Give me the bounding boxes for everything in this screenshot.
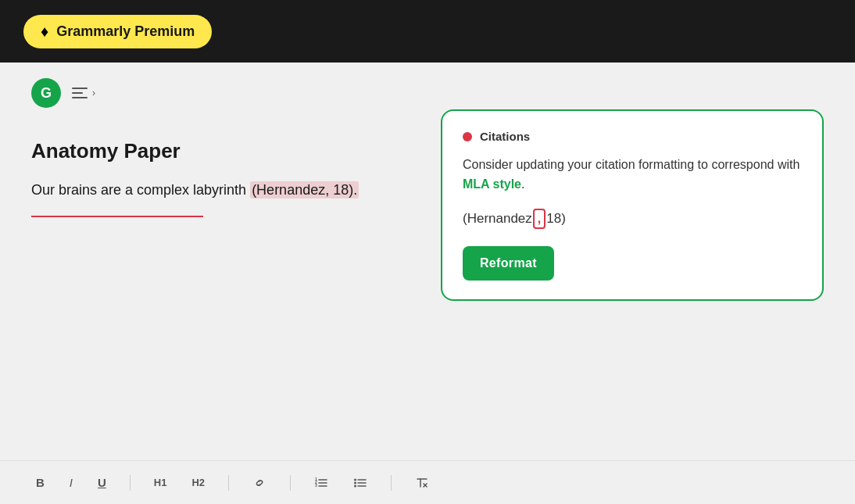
citation-before: (Hernandez [463, 211, 532, 227]
editor-left: G › Anatomy Paper Our brains are a compl… [31, 78, 417, 224]
toolbar-separator-4 [391, 475, 392, 491]
clear-format-button[interactable] [410, 474, 434, 492]
svg-point-9 [354, 478, 356, 481]
diamond-icon: ♦ [41, 23, 48, 41]
ordered-list-button[interactable]: 1 2 3 [309, 474, 333, 492]
svg-point-11 [354, 484, 356, 487]
h2-button[interactable]: H2 [187, 474, 209, 491]
grammarly-logo[interactable]: G [31, 78, 61, 108]
citation-after: 18) [546, 211, 566, 227]
top-banner: ♦ Grammarly Premium [0, 0, 855, 63]
toolbar-separator-2 [228, 475, 229, 491]
clear-format-icon [415, 477, 429, 489]
toolbar-separator-3 [290, 475, 291, 491]
editor-toolbar-top: G › [31, 78, 417, 108]
link-icon [252, 477, 267, 488]
citation-preview: (Hernandez,18) [463, 209, 802, 229]
main-area: G › Anatomy Paper Our brains are a compl… [0, 63, 855, 504]
body-prefix: Our brains are a complex labyrinth [31, 182, 250, 198]
link-button[interactable] [248, 474, 271, 491]
red-dot-icon [463, 132, 472, 141]
card-category: Citations [480, 130, 530, 143]
reformat-button[interactable]: Reformat [463, 246, 554, 281]
unordered-list-icon [353, 477, 367, 489]
card-header: Citations [463, 130, 802, 143]
mla-style-link[interactable]: MLA style [463, 177, 521, 191]
underline-button[interactable]: U [93, 473, 111, 492]
bottom-toolbar: B I U H1 H2 1 2 3 [0, 460, 855, 504]
unordered-list-button[interactable] [349, 474, 372, 492]
svg-text:3: 3 [315, 483, 317, 488]
menu-icon-area[interactable]: › [72, 88, 95, 98]
menu-arrow-icon: › [92, 88, 95, 98]
suggestion-card: Citations Consider updating your citatio… [441, 109, 824, 301]
premium-badge-text: Grammarly Premium [56, 23, 195, 40]
document-title: Anatomy Paper [31, 139, 417, 163]
card-desc-1: Consider updating your citation formatti… [463, 158, 800, 171]
document-body: Our brains are a complex labyrinth (Hern… [31, 179, 417, 224]
editor-container: G › Anatomy Paper Our brains are a compl… [0, 63, 855, 460]
card-description: Consider updating your citation formatti… [463, 155, 802, 195]
card-desc-2: . [521, 177, 524, 191]
citation-underline [31, 216, 203, 217]
premium-badge: ♦ Grammarly Premium [23, 15, 212, 48]
hamburger-menu-icon[interactable] [72, 88, 88, 98]
citation-highlight: (Hernandez, 18). [250, 181, 359, 198]
bold-button[interactable]: B [31, 473, 49, 492]
comma-badge: , [533, 209, 546, 229]
italic-button[interactable]: I [65, 473, 77, 492]
svg-point-10 [354, 481, 356, 484]
ordered-list-icon: 1 2 3 [314, 477, 328, 489]
h1-button[interactable]: H1 [149, 474, 172, 491]
toolbar-separator-1 [130, 475, 131, 491]
